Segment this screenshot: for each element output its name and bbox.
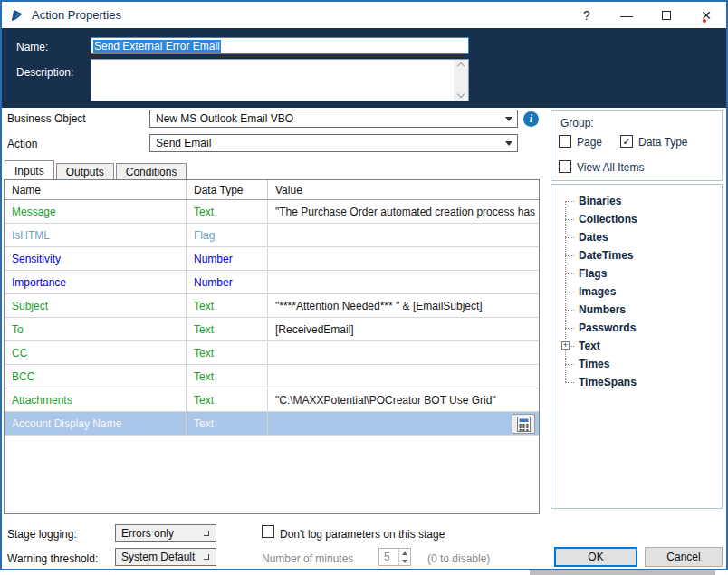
info-icon[interactable]: i xyxy=(523,111,539,127)
tree-item-label: Flags xyxy=(579,267,607,280)
minutes-value: 5 xyxy=(384,551,390,563)
param-cell[interactable]: [ReceivedEmail] xyxy=(268,318,539,340)
table-row[interactable]: SubjectText"****Attention Needed*** " & … xyxy=(5,294,539,318)
scroll-down-icon[interactable] xyxy=(457,91,465,98)
table-row[interactable]: ToText[ReceivedEmail] xyxy=(5,318,539,341)
dont-log-checkbox[interactable] xyxy=(262,525,274,538)
action-properties-dialog: Action Properties ? — ✕ Name: Send Exter… xyxy=(0,0,728,570)
close-button[interactable]: ✕ xyxy=(686,2,726,28)
view-all-items-checkbox[interactable] xyxy=(559,160,571,173)
group-label: Group: xyxy=(560,117,594,129)
tree-item-label: Passwords xyxy=(579,321,636,334)
column-header-name[interactable]: Name xyxy=(5,180,187,199)
tree-item-dates[interactable]: Dates xyxy=(551,228,722,246)
param-cell: Sensitivity xyxy=(5,247,187,270)
warning-threshold-label: Warning threshold: xyxy=(7,552,98,565)
action-dropdown[interactable]: Send Email xyxy=(149,134,518,152)
param-cell: Message xyxy=(5,200,187,223)
ok-button[interactable]: OK xyxy=(554,547,637,567)
spinner-up-icon[interactable] xyxy=(402,551,407,555)
tree-item-text[interactable]: +Text xyxy=(551,337,722,355)
param-cell[interactable]: "The Purchase Order automated creation p… xyxy=(268,200,539,223)
param-cell: Text xyxy=(187,200,268,223)
spinner-arrows[interactable] xyxy=(398,549,410,565)
spinner-down-icon[interactable] xyxy=(402,560,407,563)
tree-item-label: Text xyxy=(579,340,600,352)
data-items-tree: BinariesCollectionsDatesDateTimesFlagsIm… xyxy=(551,184,723,509)
tree-item-timespans[interactable]: TimeSpans xyxy=(551,373,722,391)
param-cell[interactable] xyxy=(268,341,539,364)
tree-item-label: Collections xyxy=(579,213,637,225)
cancel-button[interactable]: Cancel xyxy=(645,547,723,567)
expression-editor-button[interactable] xyxy=(512,414,535,434)
tree-item-collections[interactable]: Collections xyxy=(551,210,722,228)
page-checkbox[interactable] xyxy=(559,135,571,148)
table-header: Name Data Type Value xyxy=(5,180,539,200)
param-cell: Text xyxy=(187,294,268,317)
chevron-down-icon xyxy=(505,141,512,146)
warning-threshold-dropdown[interactable]: System Default xyxy=(115,548,216,566)
param-cell[interactable] xyxy=(268,224,539,246)
minutes-hint: (0 to disable) xyxy=(427,552,490,565)
business-object-dropdown[interactable]: New MS Outlook Email VBO xyxy=(149,110,518,128)
description-input[interactable] xyxy=(91,59,469,101)
dont-log-label: Don't log parameters on this stage xyxy=(280,528,445,541)
tree-items: BinariesCollectionsDatesDateTimesFlagsIm… xyxy=(551,192,722,391)
tree-item-flags[interactable]: Flags xyxy=(551,264,722,283)
tree-item-label: Dates xyxy=(579,231,608,244)
business-object-label: Business Object xyxy=(7,112,86,125)
column-header-type[interactable]: Data Type xyxy=(187,180,268,199)
minutes-spinner[interactable]: 5 xyxy=(378,548,411,566)
tree-item-images[interactable]: Images xyxy=(551,283,722,301)
params-rows: MessageText"The Purchase Order automated… xyxy=(5,200,539,436)
table-row[interactable]: MessageText"The Purchase Order automated… xyxy=(5,200,539,224)
tree-item-numbers[interactable]: Numbers xyxy=(551,301,722,319)
tree-item-datetimes[interactable]: DateTimes xyxy=(551,246,722,264)
table-row[interactable]: IsHTMLFlag xyxy=(5,224,539,247)
param-cell[interactable] xyxy=(268,412,539,435)
scroll-up-icon[interactable] xyxy=(457,62,465,70)
minimize-button[interactable]: — xyxy=(607,2,647,28)
param-cell[interactable] xyxy=(268,247,539,270)
table-row[interactable]: SensitivityNumber xyxy=(5,247,539,271)
description-scrollbar[interactable] xyxy=(454,60,468,101)
action-value: Send Email xyxy=(156,137,211,149)
tree-item-label: Binaries xyxy=(579,195,621,207)
param-cell: Importance xyxy=(5,271,187,293)
tree-item-passwords[interactable]: Passwords xyxy=(551,319,722,337)
tab-strip: Inputs Outputs Conditions xyxy=(5,160,188,179)
table-row[interactable]: AttachmentsText"C:\MAXXPotential\POCreat… xyxy=(5,388,539,412)
table-row[interactable]: Account Display NameText xyxy=(5,412,539,436)
name-label: Name: xyxy=(16,41,48,53)
maximize-button[interactable] xyxy=(647,2,686,28)
view-all-items-checkbox-label: View All Items xyxy=(577,161,644,174)
tree-item-label: Times xyxy=(579,358,609,370)
data-type-checkbox[interactable]: ✓ xyxy=(620,135,633,148)
dialog-header: Name: Send External Error Email Descript… xyxy=(2,28,726,108)
title-bar[interactable]: Action Properties ? — ✕ xyxy=(2,2,726,28)
tree-item-binaries[interactable]: Binaries xyxy=(551,192,722,210)
param-cell[interactable]: "C:\MAXXPotential\POCreator BOT Use Grid… xyxy=(268,388,539,411)
param-cell[interactable] xyxy=(268,271,539,293)
name-input[interactable]: Send External Error Email xyxy=(91,37,469,54)
param-cell[interactable]: "****Attention Needed*** " & [EmailSubje… xyxy=(268,294,539,317)
table-row[interactable]: CCText xyxy=(5,341,539,365)
tab-inputs[interactable]: Inputs xyxy=(5,160,54,179)
table-row[interactable]: BCCText xyxy=(5,365,539,388)
table-row[interactable]: ImportanceNumber xyxy=(5,271,539,294)
warning-threshold-value: System Default xyxy=(121,551,195,563)
stage-logging-dropdown[interactable]: Errors only xyxy=(115,524,216,542)
data-type-checkbox-label: Data Type xyxy=(638,136,687,149)
group-panel: Group: Page ✓ Data Type View All Items xyxy=(551,110,723,181)
param-cell: Text xyxy=(187,412,268,435)
expand-plus-icon[interactable]: + xyxy=(561,341,570,350)
param-cell[interactable] xyxy=(268,365,539,388)
description-label: Description: xyxy=(16,66,73,79)
chevron-down-icon xyxy=(204,554,209,560)
help-button[interactable]: ? xyxy=(567,2,607,28)
tree-item-label: Numbers xyxy=(579,303,626,316)
tab-conditions[interactable]: Conditions xyxy=(116,163,187,179)
column-header-value[interactable]: Value xyxy=(268,180,539,199)
tab-outputs[interactable]: Outputs xyxy=(56,163,114,179)
tree-item-times[interactable]: Times xyxy=(551,355,722,373)
